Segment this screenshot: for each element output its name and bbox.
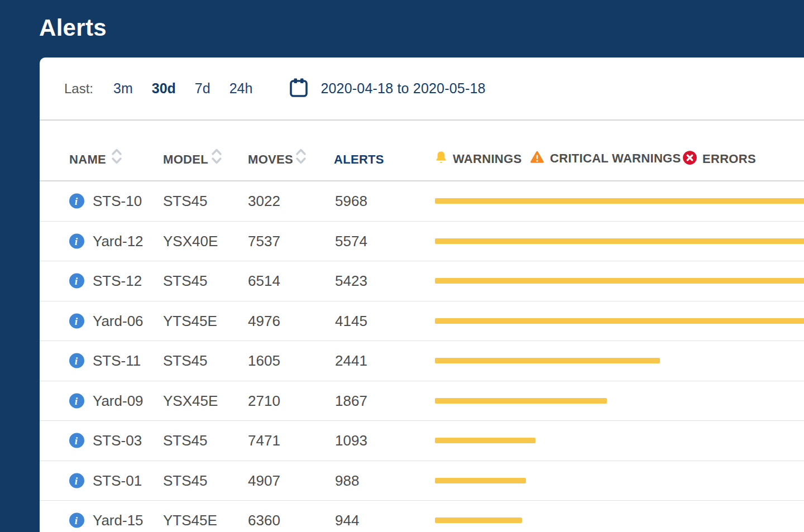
row-model: STS45: [163, 432, 208, 449]
row-name: Yard-09: [93, 392, 143, 409]
info-icon-glyph: i: [75, 475, 78, 486]
table-row[interactable]: iYard-15YTS45E6360944: [40, 501, 804, 532]
row-name: STS-10: [93, 193, 142, 210]
sort-icon[interactable]: [294, 146, 308, 169]
row-model: STS45: [163, 193, 208, 210]
row-moves: 1605: [248, 352, 280, 370]
info-icon[interactable]: i: [69, 393, 84, 408]
row-moves: 3022: [248, 193, 280, 210]
row-model: STS45: [163, 472, 208, 489]
column-header-moves[interactable]: MOVES: [248, 152, 293, 167]
row-name: Yard-06: [93, 312, 143, 329]
alerts-panel: Last: 3m30d7d24h 2020-04-18 to 2020-05-1…: [40, 57, 804, 532]
info-icon-glyph: i: [75, 196, 78, 207]
legend-errors: ERRORS: [682, 150, 756, 167]
row-moves: 6360: [248, 512, 280, 529]
row-moves: 7471: [248, 432, 280, 449]
info-icon[interactable]: i: [69, 513, 84, 528]
row-alerts: 1093: [335, 432, 367, 449]
row-name: STS-11: [93, 352, 141, 370]
row-moves: 2710: [248, 392, 280, 409]
alerts-bar: [435, 198, 804, 204]
row-model: STS45: [163, 272, 208, 290]
row-name: Yard-12: [93, 232, 143, 250]
alerts-bar: [435, 398, 607, 404]
row-model: YTS45E: [163, 512, 217, 529]
alerts-bar: [435, 278, 804, 284]
row-alerts: 5423: [335, 272, 367, 290]
alerts-bar: [435, 358, 660, 363]
info-icon[interactable]: i: [69, 274, 84, 289]
alerts-bar: [435, 238, 804, 244]
table-row[interactable]: iSTS-12STS4565145423: [40, 261, 804, 301]
time-filter-option-30d[interactable]: 30d: [152, 80, 176, 97]
row-model: YSX40E: [163, 232, 218, 250]
alerts-screen: Alerts Last: 3m30d7d24h 2020-04-18 to 20…: [0, 0, 804, 532]
table-row[interactable]: iSTS-10STS4530225968: [40, 181, 804, 222]
info-icon-glyph: i: [75, 236, 78, 246]
info-icon-glyph: i: [75, 395, 78, 406]
row-moves: 4976: [248, 312, 280, 329]
calendar-icon: [289, 78, 308, 100]
info-icon[interactable]: i: [69, 313, 84, 328]
info-icon[interactable]: i: [69, 194, 84, 209]
sort-icon[interactable]: [110, 146, 123, 169]
row-model: YSX45E: [163, 392, 218, 409]
row-name: STS-12: [93, 272, 142, 290]
table-row[interactable]: iYard-06YTS45E49764145: [40, 301, 804, 342]
row-alerts: 1867: [335, 392, 367, 409]
time-filter-bar: Last: 3m30d7d24h 2020-04-18 to 2020-05-1…: [40, 57, 804, 121]
time-filter-option-7d[interactable]: 7d: [195, 80, 210, 97]
alerts-table-body: iSTS-10STS4530225968iYard-12YSX40E753755…: [40, 181, 804, 532]
row-moves: 4907: [248, 472, 280, 489]
info-icon-glyph: i: [75, 276, 78, 286]
legend-warnings: WARNINGS: [434, 150, 521, 167]
table-row[interactable]: iSTS-03STS4574711093: [40, 421, 804, 461]
table-row[interactable]: iSTS-01STS454907988: [40, 461, 804, 501]
legend-warnings-label: WARNINGS: [453, 152, 521, 166]
row-alerts: 4145: [335, 312, 367, 329]
info-icon[interactable]: i: [69, 233, 84, 248]
date-range-picker-button[interactable]: [289, 78, 308, 100]
column-header-alerts[interactable]: ALERTS: [334, 152, 384, 167]
row-alerts: 988: [335, 472, 359, 489]
time-filter-option-24h[interactable]: 24h: [229, 80, 253, 97]
table-row[interactable]: iYard-12YSX40E75375574: [40, 222, 804, 262]
row-name: STS-01: [93, 472, 142, 489]
row-moves: 6514: [248, 272, 280, 290]
column-header-model[interactable]: MODEL: [163, 152, 208, 167]
row-moves: 7537: [248, 232, 280, 250]
sort-icon[interactable]: [210, 146, 223, 169]
info-icon-glyph: i: [75, 315, 78, 326]
legend-critical-warnings-label: CRITICAL WARNINGS: [550, 151, 681, 166]
info-icon[interactable]: i: [69, 353, 84, 368]
legend-errors-label: ERRORS: [702, 152, 756, 166]
date-range-value[interactable]: 2020-04-18 to 2020-05-18: [320, 80, 485, 97]
bell-icon: [434, 150, 448, 167]
row-alerts: 5968: [335, 193, 367, 210]
row-alerts: 944: [335, 512, 359, 529]
error-circle-icon: [682, 150, 697, 167]
row-name: Yard-15: [93, 512, 143, 529]
alerts-bar: [435, 517, 522, 523]
alerts-bar: [435, 438, 535, 443]
time-filter-label: Last:: [64, 81, 93, 97]
table-row[interactable]: iYard-09YSX45E27101867: [40, 381, 804, 421]
table-header: NAME MODEL MOVES ALERTS: [40, 121, 804, 181]
alerts-bar: [435, 478, 526, 483]
warning-triangle-icon: [529, 150, 545, 167]
row-alerts: 5574: [335, 232, 367, 250]
row-name: STS-03: [93, 432, 142, 449]
legend-critical-warnings: CRITICAL WARNINGS: [529, 150, 681, 167]
time-filter-option-3m[interactable]: 3m: [113, 80, 133, 97]
time-filter-options: 3m30d7d24h: [113, 80, 252, 97]
column-header-name[interactable]: NAME: [69, 152, 106, 167]
row-model: YTS45E: [163, 312, 217, 329]
info-icon[interactable]: i: [69, 433, 84, 448]
page-title: Alerts: [39, 15, 107, 41]
table-row[interactable]: iSTS-11STS4516052441: [40, 341, 804, 381]
info-icon[interactable]: i: [69, 473, 84, 488]
row-model: STS45: [163, 352, 208, 370]
info-icon-glyph: i: [75, 356, 78, 366]
alerts-bar: [435, 318, 804, 324]
